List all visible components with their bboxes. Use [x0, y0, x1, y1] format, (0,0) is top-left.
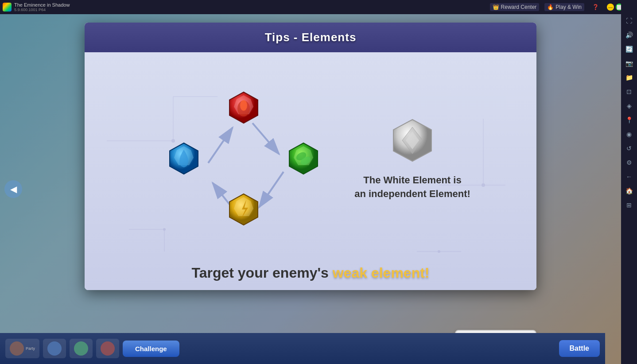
titlebar: The Eminence in Shadow 5.9.600.1001 P64 … — [0, 0, 637, 14]
app-version: 5.9.600.1001 P64 — [14, 8, 490, 12]
sidebar-expand-button[interactable]: ⛶ — [622, 14, 636, 27]
sidebar-rotate-button[interactable]: 🔄 — [622, 43, 636, 56]
action-buttons: Challenge Battle — [123, 340, 600, 357]
fire-icon: 🔥 — [547, 4, 554, 10]
tips-modal: Tips - Elements — [85, 23, 536, 290]
sidebar-screenshot-button[interactable]: 📷 — [622, 57, 636, 70]
svg-point-19 — [240, 100, 247, 111]
skill1-icon — [47, 341, 62, 356]
sidebar-layers-button[interactable]: ◉ — [622, 128, 636, 141]
sidebar-settings-button[interactable]: ⚙ — [622, 156, 636, 169]
modal-overlay: Tips - Elements — [0, 14, 621, 364]
sidebar-back-button[interactable]: ← — [622, 170, 636, 183]
sidebar-menu-button[interactable]: ⊞ — [622, 198, 636, 212]
modal-title: Tips - Elements — [95, 31, 526, 44]
game-background: ◀ Tips - Elements — [0, 14, 621, 364]
sidebar-location-button[interactable]: 📍 — [622, 113, 636, 127]
modal-header: Tips - Elements — [85, 23, 536, 52]
help-button[interactable]: ❓ — [590, 3, 602, 11]
party-section[interactable]: Party — [5, 339, 39, 358]
sidebar-refresh-button[interactable]: ↺ — [622, 142, 636, 155]
sidebar-volume-button[interactable]: 🔊 — [622, 28, 636, 42]
svg-point-6 — [482, 183, 485, 187]
svg-point-11 — [438, 250, 440, 253]
skill2-icon — [74, 341, 88, 356]
skill3-section[interactable] — [96, 339, 119, 358]
party-icon — [10, 341, 24, 356]
crown-icon: 👑 — [493, 4, 499, 10]
skill1-section[interactable] — [43, 339, 66, 358]
skill3-icon — [101, 341, 115, 356]
challenge-button[interactable]: Challenge — [123, 341, 179, 357]
titlebar-actions: 👑 Reward Center 🔥 Play & Win ❓ — ⬜ ✕ — [490, 3, 632, 11]
skill2-section[interactable] — [70, 339, 93, 358]
app-icon — [3, 3, 12, 12]
right-sidebar: ⛶ 🔊 🔄 📷 📁 ⊡ ◈ 📍 ◉ ↺ ⚙ ← 🏠 ⊞ — [621, 0, 637, 364]
water-element-gem — [164, 139, 204, 178]
sidebar-folder-button[interactable]: 📁 — [622, 71, 636, 84]
modal-body: The White Element is an independent Elem… — [85, 52, 536, 290]
sidebar-resize-button[interactable]: ⊡ — [622, 85, 636, 98]
wind-element-gem — [284, 139, 323, 178]
reward-center-button[interactable]: 👑 Reward Center — [490, 3, 540, 11]
cycle-diagram — [151, 66, 337, 252]
left-nav-button[interactable]: ◀ — [4, 180, 22, 198]
battle-button[interactable]: Battle — [559, 340, 600, 357]
sidebar-home-button[interactable]: 🏠 — [622, 184, 636, 197]
sidebar-eraser-button[interactable]: ◈ — [622, 99, 636, 112]
earth-element-gem — [224, 190, 264, 229]
app-title: The Eminence in Shadow 5.9.600.1001 P64 — [14, 2, 490, 12]
minimize-button[interactable]: — — [607, 4, 614, 11]
game-bottom-bar: Party Challenge Battle — [0, 333, 605, 364]
fire-element-gem — [224, 88, 264, 128]
play-win-button[interactable]: 🔥 Play & Win — [544, 3, 584, 11]
